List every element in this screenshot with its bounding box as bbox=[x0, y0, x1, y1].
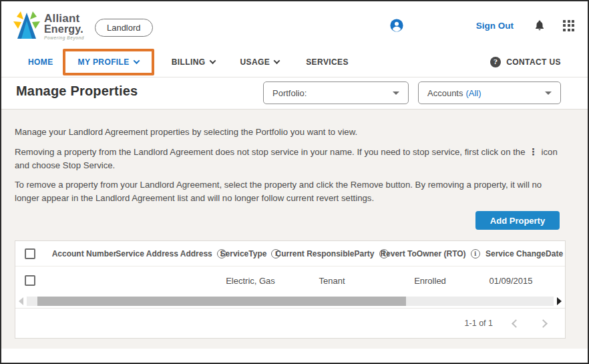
col-account-number-label: Account Number bbox=[52, 249, 117, 258]
chevron-down-icon bbox=[274, 57, 280, 64]
landlord-portal-badge[interactable]: Landlord bbox=[95, 19, 153, 37]
col-service-change-date: Service ChangeDate i bbox=[485, 249, 566, 258]
question-circle-icon: ? bbox=[490, 57, 501, 67]
instruction-p3: To remove a property from your Landlord … bbox=[15, 178, 564, 205]
table-header-row: Account Number Service Address Address i… bbox=[15, 241, 565, 266]
pagination-prev-icon[interactable] bbox=[512, 319, 520, 328]
row-checkbox[interactable] bbox=[25, 275, 35, 286]
pagination: 1-1 of 1 bbox=[15, 309, 565, 338]
info-circle-icon[interactable]: i bbox=[471, 249, 480, 258]
col-account-number: Account Number bbox=[45, 249, 124, 258]
col-service-address-label: Service Address Address bbox=[116, 249, 212, 258]
accounts-dropdown-value: (All) bbox=[465, 88, 481, 98]
select-all-cell bbox=[15, 248, 45, 259]
nav-usage-label: USAGE bbox=[240, 57, 270, 67]
accounts-dropdown-label: Accounts bbox=[427, 88, 463, 98]
portfolio-dropdown[interactable]: Portfolio: bbox=[263, 81, 409, 104]
sign-out-link[interactable]: Sign Out bbox=[476, 21, 514, 31]
scrollbar-thumb[interactable] bbox=[37, 297, 406, 306]
cell-service-change-date: 01/09/2015 bbox=[479, 276, 543, 286]
col-revert-to-owner-label: Revert ToOwner (RTO) bbox=[380, 249, 465, 258]
page-title: Manage Properties bbox=[16, 83, 138, 99]
apps-grid-icon[interactable] bbox=[563, 20, 574, 31]
pagination-range-label: 1-1 of 1 bbox=[465, 319, 493, 328]
row-select-cell bbox=[15, 275, 45, 286]
col-service-type: ServiceType i bbox=[218, 249, 282, 258]
chevron-down-icon bbox=[209, 57, 216, 64]
kebab-vertical-icon: ⋮ bbox=[526, 145, 542, 158]
nav-my-profile-label: MY PROFILE bbox=[78, 57, 130, 67]
accounts-dropdown[interactable]: Accounts (All) bbox=[418, 81, 561, 104]
scroll-left-arrow-icon[interactable] bbox=[19, 297, 23, 305]
alliant-energy-logo: Alliant Energy. Powering Beyond bbox=[13, 11, 84, 40]
nav-my-profile[interactable]: MY PROFILE bbox=[63, 49, 154, 75]
nav-billing-label: BILLING bbox=[172, 57, 206, 67]
contact-us-label: CONTACT US bbox=[506, 57, 561, 67]
page-title-bar: Manage Properties Portfolio: Accounts (A… bbox=[1, 78, 588, 110]
nav-services[interactable]: SERVICES bbox=[303, 51, 351, 73]
portfolio-dropdown-label: Portfolio: bbox=[272, 88, 307, 98]
table-row: Electric, Gas Tenant Enrolled 01/09/2015 bbox=[15, 266, 565, 295]
properties-table: Account Number Service Address Address i… bbox=[15, 240, 566, 339]
user-account-icon[interactable] bbox=[389, 18, 404, 33]
instructions: Manage your Landlord Agreement propertie… bbox=[15, 126, 564, 211]
cell-rto-status: Enrolled bbox=[381, 276, 479, 286]
col-service-type-label: ServiceType bbox=[220, 249, 267, 258]
content-area: Manage your Landlord Agreement propertie… bbox=[1, 110, 588, 349]
brand-name-line2: Energy. bbox=[44, 24, 84, 34]
col-responsible-party-label: Current ResponsibleParty bbox=[275, 249, 374, 258]
nav-usage[interactable]: USAGE bbox=[238, 51, 282, 73]
dropdown-caret-icon bbox=[393, 92, 399, 95]
chevron-down-icon bbox=[133, 57, 140, 64]
select-all-checkbox[interactable] bbox=[25, 248, 35, 259]
pagination-next-icon[interactable] bbox=[539, 319, 548, 328]
contact-us-link[interactable]: ? CONTACT US bbox=[490, 57, 561, 67]
logo-star-icon bbox=[13, 11, 40, 40]
brand-tagline: Powering Beyond bbox=[44, 35, 84, 40]
brand-name-line1: Alliant bbox=[44, 13, 84, 24]
cell-responsible-party: Tenant bbox=[282, 276, 381, 286]
col-responsible-party: Current ResponsibleParty i bbox=[282, 249, 381, 258]
col-revert-to-owner: Revert ToOwner (RTO) i bbox=[381, 249, 479, 258]
instruction-p2: Removing a property from the Landlord Ag… bbox=[15, 145, 564, 172]
scroll-right-arrow-icon[interactable] bbox=[557, 297, 562, 305]
app-window: Alliant Energy. Powering Beyond Landlord… bbox=[0, 0, 589, 364]
horizontal-scrollbar bbox=[15, 295, 565, 309]
dropdown-caret-icon bbox=[545, 92, 552, 95]
header: Alliant Energy. Powering Beyond Landlord… bbox=[13, 7, 574, 44]
nav-home-label: HOME bbox=[28, 57, 53, 67]
nav-billing[interactable]: BILLING bbox=[169, 51, 218, 73]
add-property-button[interactable]: Add Property bbox=[475, 211, 560, 230]
nav-services-label: SERVICES bbox=[306, 57, 349, 67]
main-nav: HOME MY PROFILE BILLING USAGE SERVICES ?… bbox=[1, 47, 588, 77]
instruction-p1: Manage your Landlord Agreement propertie… bbox=[15, 126, 564, 139]
col-service-change-date-label: Service ChangeDate bbox=[485, 249, 563, 258]
notifications-bell-icon[interactable] bbox=[534, 19, 546, 32]
col-service-address: Service Address Address i bbox=[124, 249, 218, 258]
cell-service-type: Electric, Gas bbox=[218, 276, 282, 286]
nav-home[interactable]: HOME bbox=[25, 51, 56, 73]
instruction-p2-before: Removing a property from the Landlord Ag… bbox=[15, 147, 526, 157]
scrollbar-track[interactable] bbox=[27, 297, 554, 306]
